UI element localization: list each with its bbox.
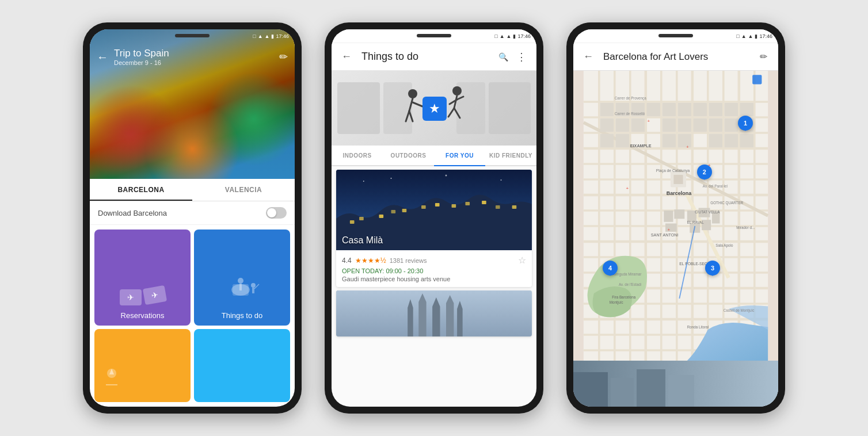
casa-mila-info: 4.4 ★★★★½ 1381 reviews ☆ OPEN TODAY: 09:… bbox=[336, 250, 532, 287]
back-icon[interactable]: ← bbox=[97, 51, 108, 64]
svg-rect-35 bbox=[512, 205, 517, 209]
feature-cards: Reservations Th bbox=[90, 225, 295, 407]
svg-rect-95 bbox=[709, 134, 722, 147]
things-to-do-title: Things to do bbox=[361, 51, 494, 63]
phone-3-screen: □ ▲ ▲ ▮ 17:46 ← Barcelona for Art Lovers… bbox=[573, 29, 778, 407]
trip-title: Trip to Spain bbox=[114, 48, 279, 59]
tab-indoors[interactable]: INDOORS bbox=[332, 146, 383, 165]
back-button-3[interactable]: ← bbox=[579, 48, 597, 66]
tab-valencia[interactable]: VALENCIA bbox=[192, 179, 295, 201]
svg-rect-88 bbox=[709, 118, 722, 132]
yellow-card[interactable] bbox=[94, 329, 191, 402]
svg-rect-97 bbox=[740, 134, 753, 147]
svg-text:EL POBLE-SEC: EL POBLE-SEC bbox=[679, 262, 707, 266]
svg-rect-133 bbox=[752, 75, 762, 84]
svg-text:+: + bbox=[626, 186, 629, 191]
map-pin-2[interactable]: 2 bbox=[697, 165, 712, 179]
edit-button-3[interactable]: ✏ bbox=[754, 48, 772, 66]
svg-rect-83 bbox=[616, 118, 629, 132]
casa-mila-image: Casa Milà bbox=[336, 170, 532, 250]
tab-barcelona[interactable]: BARCELONA bbox=[90, 179, 192, 201]
thumbnail-svg bbox=[573, 361, 778, 407]
svg-text:Barcelona: Barcelona bbox=[667, 190, 692, 196]
second-attraction-image bbox=[336, 290, 532, 336]
banner-figures: ★ bbox=[332, 71, 536, 146]
blue-card[interactable] bbox=[194, 329, 290, 402]
edit-icon[interactable]: ✏ bbox=[279, 51, 288, 63]
svg-text:Sala Apolo: Sala Apolo bbox=[715, 243, 733, 248]
svg-line-14 bbox=[413, 102, 422, 106]
svg-text:+: + bbox=[686, 144, 689, 150]
svg-point-36 bbox=[363, 181, 364, 182]
map-bottom-thumbnail[interactable] bbox=[573, 361, 778, 407]
reservations-illustration bbox=[120, 289, 166, 305]
map-svg: Carrer de Provença Carrer de Rosselló EI… bbox=[573, 71, 778, 361]
svg-rect-89 bbox=[725, 118, 738, 132]
battery-icon-2: ▮ bbox=[513, 33, 516, 39]
svg-rect-82 bbox=[600, 118, 614, 132]
svg-text:EIXAMPLE: EIXAMPLE bbox=[630, 143, 652, 148]
phone-2-app-bar: ← Things to do 🔍 ⋮ bbox=[332, 43, 536, 71]
svg-text:Castell de Montjuïc: Castell de Montjuïc bbox=[724, 308, 755, 313]
tab-for-you[interactable]: FOR YOU bbox=[434, 146, 485, 165]
svg-text:+: + bbox=[668, 227, 671, 232]
status-icons-2: □ ▲ ▲ ▮ 17:46 bbox=[494, 33, 531, 39]
svg-line-12 bbox=[406, 111, 409, 121]
phone-2-screen: □ ▲ ▲ ▮ 17:46 ← Things to do 🔍 ⋮ bbox=[332, 29, 536, 407]
svg-text:Plaça de Catalunya: Plaça de Catalunya bbox=[656, 169, 690, 173]
reservations-card[interactable]: Reservations bbox=[94, 230, 191, 326]
signal-icon: ▲ bbox=[265, 33, 270, 39]
things-to-do-card[interactable]: Things to do bbox=[194, 230, 290, 326]
svg-text:SANT ANTONI: SANT ANTONI bbox=[651, 232, 679, 238]
phone-3: □ ▲ ▲ ▮ 17:46 ← Barcelona for Art Lovers… bbox=[566, 22, 785, 414]
svg-rect-25 bbox=[359, 217, 364, 220]
vibrate-icon-3: □ bbox=[736, 33, 739, 39]
second-attraction-card[interactable] bbox=[336, 290, 532, 336]
battery-icon-3: ▮ bbox=[755, 33, 757, 39]
back-button-2[interactable]: ← bbox=[337, 48, 356, 66]
phone-2: □ ▲ ▲ ▮ 17:46 ← Things to do 🔍 ⋮ bbox=[325, 22, 543, 414]
favorite-star[interactable]: ☆ bbox=[518, 255, 526, 266]
search-button[interactable]: 🔍 bbox=[494, 48, 512, 66]
things-banner: ★ bbox=[332, 71, 536, 146]
open-status: OPEN TODAY: 09:00 - 20:30 bbox=[342, 267, 526, 274]
phone-1-speaker bbox=[175, 34, 210, 37]
tab-outdoors[interactable]: OUTDOORS bbox=[383, 146, 434, 165]
map-pin-3[interactable]: 3 bbox=[705, 261, 720, 276]
svg-text:Avinguda Miramar: Avinguda Miramar bbox=[612, 272, 641, 277]
tab-kid-friendly[interactable]: KID FRIENDLY bbox=[485, 146, 536, 165]
svg-text:Mirador d...: Mirador d... bbox=[736, 225, 755, 230]
svg-text:Fira Barcelona: Fira Barcelona bbox=[612, 295, 635, 299]
svg-rect-84 bbox=[631, 118, 645, 132]
phone-1-screen: □ ▲ ▲ ▮ 17:46 ← Trip to Spain December 9… bbox=[90, 29, 295, 407]
wifi-icon-2: ▲ bbox=[500, 33, 505, 39]
map-pin-4[interactable]: 4 bbox=[603, 261, 618, 276]
rating-stars: ★★★★½ bbox=[355, 257, 386, 265]
download-toggle[interactable] bbox=[266, 207, 287, 219]
svg-rect-29 bbox=[421, 205, 426, 209]
svg-rect-94 bbox=[678, 134, 691, 147]
barcelona-map[interactable]: Carrer de Provença Carrer de Rosselló EI… bbox=[573, 71, 778, 361]
rating-row: 4.4 ★★★★½ 1381 reviews ☆ bbox=[342, 255, 526, 266]
svg-line-22 bbox=[457, 97, 463, 100]
svg-text:Montjuïc: Montjuïc bbox=[610, 300, 623, 305]
map-pin-1[interactable]: 1 bbox=[738, 116, 753, 131]
svg-rect-87 bbox=[694, 118, 707, 132]
battery-icon: ▮ bbox=[271, 33, 274, 39]
casa-mila-name: Casa Milà bbox=[342, 235, 383, 246]
svg-rect-30 bbox=[435, 203, 440, 206]
svg-rect-75 bbox=[647, 103, 660, 116]
svg-text:EL RAVAL: EL RAVAL bbox=[687, 220, 704, 224]
svg-rect-80 bbox=[725, 103, 738, 116]
svg-text:Carrer de Provença: Carrer de Provença bbox=[615, 96, 646, 101]
svg-rect-96 bbox=[725, 134, 738, 147]
casa-mila-card[interactable]: Casa Milà 4.4 ★★★★½ 1381 reviews ☆ OPEN … bbox=[336, 170, 532, 287]
attraction-description: Gaudi masterpiece housing arts venue bbox=[342, 276, 526, 282]
svg-rect-136 bbox=[611, 378, 634, 407]
svg-rect-24 bbox=[350, 220, 355, 224]
more-button[interactable]: ⋮ bbox=[512, 48, 531, 66]
thumbnail-bg bbox=[573, 361, 778, 407]
svg-rect-135 bbox=[573, 372, 608, 407]
svg-rect-79 bbox=[709, 103, 722, 116]
svg-rect-81 bbox=[740, 103, 753, 116]
